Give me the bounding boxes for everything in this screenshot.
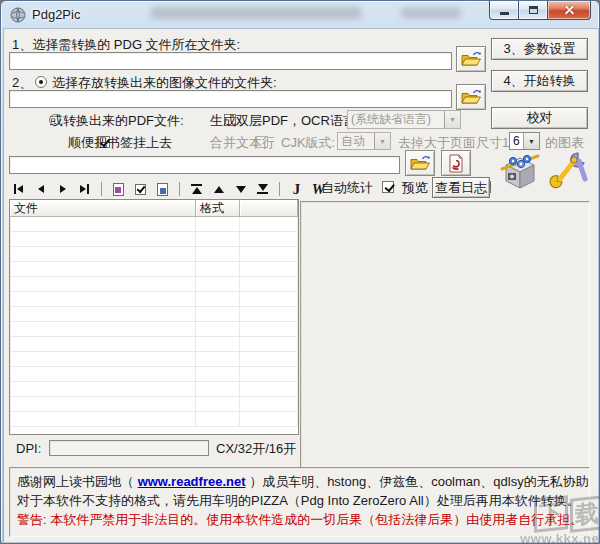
- view-log-button-label: 查看日志: [435, 179, 487, 197]
- pdf-acrobat-icon: [447, 154, 465, 173]
- close-icon: [564, 5, 575, 16]
- remove-charts-size-value: 6: [510, 133, 523, 149]
- ocr-language-value: (系统缺省语言): [348, 110, 444, 129]
- glass-blur-artifact: [151, 7, 361, 19]
- column-header-blank[interactable]: [240, 200, 298, 217]
- app-window: Pdg2Pic 1、选择需转换的 PDG 文件所在文件夹: 3、参数设置 2、 …: [0, 0, 600, 544]
- settings-button-label: 3、参数设置: [503, 40, 575, 58]
- credits-line2: 对于本软件不支持的格式，请先用车明的PIZZA（Pdg Into ZeroZer…: [17, 491, 582, 510]
- cjk-layout-label: CJK版式:: [281, 134, 335, 152]
- table-row[interactable]: [10, 367, 298, 382]
- move-top-icon[interactable]: [189, 181, 204, 197]
- column-header-format[interactable]: 格式: [196, 200, 240, 217]
- view-log-button[interactable]: 查看日志: [432, 177, 490, 198]
- close-button[interactable]: [547, 1, 591, 20]
- current-file-input[interactable]: [9, 156, 400, 174]
- chevron-down-icon: ▼: [444, 111, 460, 128]
- window-title: Pdg2Pic: [32, 7, 80, 22]
- preview-panel: [300, 201, 590, 468]
- open-pdf-button[interactable]: [441, 150, 471, 176]
- start-convert-button-label: 4、开始转换: [503, 72, 575, 90]
- table-row[interactable]: [10, 412, 298, 427]
- move-down-icon[interactable]: [233, 181, 248, 197]
- pdg-folder-input[interactable]: [9, 52, 452, 70]
- start-convert-button[interactable]: 4、开始转换: [491, 70, 588, 92]
- table-row[interactable]: [10, 232, 298, 247]
- auto-stats-checkbox[interactable]: [382, 181, 394, 193]
- minimize-icon: [500, 12, 509, 15]
- file-table-header: 文件 格式: [10, 200, 298, 217]
- credits-line1-prefix: 感谢网上读书园地（: [17, 474, 138, 489]
- open-folder-icon: [410, 155, 431, 171]
- wrench-tools-icon[interactable]: [548, 147, 592, 191]
- chevron-down-icon: ▼: [374, 133, 390, 149]
- ocr-language-select: (系统缺省语言) ▼: [347, 110, 461, 129]
- pdf-output-radio-label[interactable]: 或转换出来的PDF文件:: [50, 112, 184, 130]
- cjk-layout-value: 自动: [338, 132, 374, 151]
- maximize-button[interactable]: [519, 1, 547, 20]
- toolbar-separator: [179, 182, 180, 196]
- image-output-radio[interactable]: [35, 76, 47, 88]
- toolbar-separator: [279, 182, 280, 196]
- next-page-icon[interactable]: [55, 181, 70, 197]
- table-row[interactable]: [10, 307, 298, 322]
- file-table[interactable]: 文件 格式: [9, 199, 299, 435]
- dual-layer-pdf-label[interactable]: 生成双层PDF，OCR语言:: [210, 112, 360, 130]
- credits-line1: 感谢网上读书园地（ www.readfree.net ）成员车明、hstong、…: [17, 472, 582, 491]
- attach-bookmark-label[interactable]: 顺便把书签挂上去: [68, 134, 172, 152]
- caption-buttons: [489, 1, 591, 20]
- table-row[interactable]: [10, 352, 298, 367]
- doc-select-icon[interactable]: [111, 181, 126, 197]
- minimize-button[interactable]: [489, 1, 519, 20]
- dpi-format-text: CX/32开/16开: [216, 440, 296, 458]
- cjk-layout-select: 自动 ▼: [337, 132, 391, 150]
- warning-line: 警告: 本软件严禁用于非法目的。使用本软件造成的一切后果（包括法律后果）由使用者…: [17, 510, 582, 529]
- auto-stats-label[interactable]: 自动统计: [321, 179, 373, 197]
- file-table-rows: [10, 217, 298, 427]
- browse-image-folder-button[interactable]: [456, 84, 486, 110]
- dpi-label: DPI:: [16, 441, 41, 456]
- table-row[interactable]: [10, 247, 298, 262]
- table-row[interactable]: [10, 292, 298, 307]
- move-up-icon[interactable]: [211, 181, 226, 197]
- table-row[interactable]: [10, 277, 298, 292]
- remove-charts-size-select[interactable]: 6 ▼: [509, 132, 540, 150]
- toolbar-separator: [101, 182, 102, 196]
- table-row[interactable]: [10, 217, 298, 232]
- maximize-icon: [529, 6, 538, 14]
- app-globe-icon: [10, 7, 26, 23]
- image-folder-input[interactable]: [9, 90, 452, 108]
- browse-file-button[interactable]: [405, 150, 435, 176]
- title-bar[interactable]: Pdg2Pic: [1, 1, 599, 29]
- proofread-button-label: 校对: [527, 109, 553, 127]
- open-folder-icon: [461, 89, 482, 105]
- settings-button[interactable]: 3、参数设置: [491, 38, 588, 60]
- table-row[interactable]: [10, 262, 298, 277]
- dialog-client-area: 1、选择需转换的 PDG 文件所在文件夹: 3、参数设置 2、 选择存放转换出来…: [4, 29, 598, 542]
- merge-text-lines-label: 合并文本行: [210, 134, 275, 152]
- letter-j-icon[interactable]: J: [289, 181, 304, 197]
- credits-panel: 感谢网上读书园地（ www.readfree.net ）成员车明、hstong、…: [9, 467, 590, 537]
- table-row[interactable]: [10, 322, 298, 337]
- chevron-down-icon: ▼: [523, 133, 539, 149]
- credits-line1-suffix: ）成员车明、hstong、伊兹鱼、coolman、qdlsy的无私协助!: [246, 474, 590, 489]
- navigation-toolbar: J W: [11, 179, 326, 199]
- proofread-button[interactable]: 校对: [491, 107, 588, 129]
- dpi-input[interactable]: [49, 440, 209, 456]
- table-row[interactable]: [10, 397, 298, 412]
- table-row[interactable]: [10, 337, 298, 352]
- preview-label[interactable]: 预览: [402, 179, 428, 197]
- move-bottom-icon[interactable]: [255, 181, 270, 197]
- doc-copy-icon[interactable]: [155, 181, 170, 197]
- first-page-icon[interactable]: [11, 181, 26, 197]
- prev-page-icon[interactable]: [33, 181, 48, 197]
- column-header-file[interactable]: 文件: [10, 200, 196, 217]
- browse-pdg-folder-button[interactable]: [456, 46, 486, 72]
- readfree-link[interactable]: www.readfree.net: [138, 474, 246, 489]
- table-row[interactable]: [10, 382, 298, 397]
- package-components-icon[interactable]: [498, 149, 542, 191]
- check-mark-icon[interactable]: [133, 181, 148, 197]
- last-page-icon[interactable]: [77, 181, 92, 197]
- glass-blur-artifact: [401, 8, 461, 18]
- open-folder-icon: [461, 51, 482, 67]
